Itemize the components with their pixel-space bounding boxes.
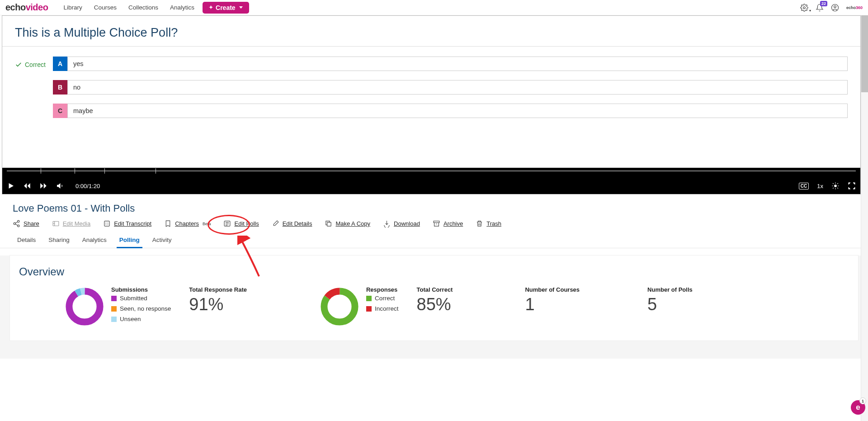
- poll-option-a-row: Correct A yes: [15, 57, 848, 71]
- legend-unseen: Unseen: [111, 316, 171, 322]
- tab-activity[interactable]: Activity: [152, 234, 172, 248]
- total-correct-value: 85%: [417, 295, 453, 314]
- option-text-c[interactable]: maybe: [67, 104, 848, 118]
- tab-details[interactable]: Details: [17, 234, 36, 248]
- option-text-b[interactable]: no: [67, 80, 848, 95]
- responses-donut-chart: [319, 286, 360, 327]
- num-courses-value: 1: [525, 295, 580, 314]
- captions-button[interactable]: CC: [799, 183, 809, 189]
- legend-submitted: Submitted: [111, 295, 171, 302]
- svg-point-6: [18, 225, 19, 227]
- fullscreen-button[interactable]: [848, 182, 856, 190]
- top-right-controls: ▾ 22 echo360: [800, 4, 863, 12]
- trash-action[interactable]: Trash: [476, 220, 501, 227]
- video-player: This is a Multiple Choice Poll? Correct …: [2, 15, 861, 194]
- response-rate-value: 91%: [189, 295, 247, 314]
- num-courses-label: Number of Courses: [525, 286, 580, 293]
- echo360-mini-logo[interactable]: echo360: [846, 5, 863, 10]
- overview-title: Overview: [19, 265, 849, 278]
- svg-point-2: [834, 5, 836, 8]
- edit-transcript-action[interactable]: Edit Transcript: [103, 220, 151, 227]
- primary-nav: Library Courses Collections Analytics: [63, 4, 194, 11]
- player-controls: 0:00/1:20 CC 1x: [2, 168, 860, 194]
- poll-panel: This is a Multiple Choice Poll? Correct …: [2, 16, 860, 168]
- media-title: Love Poems 01 - With Polls: [0, 194, 868, 220]
- legend-incorrect: Incorrect: [366, 305, 399, 312]
- nav-courses[interactable]: Courses: [94, 4, 117, 11]
- rewind-button[interactable]: [23, 182, 31, 190]
- download-action[interactable]: Download: [383, 220, 420, 227]
- poll-question-title: This is a Multiple Choice Poll?: [15, 26, 848, 40]
- play-button[interactable]: [7, 182, 15, 190]
- archive-action[interactable]: Archive: [433, 220, 463, 227]
- share-action[interactable]: Share: [13, 220, 39, 227]
- num-polls-value: 5: [647, 295, 693, 314]
- vertical-scrollbar[interactable]: [861, 15, 868, 359]
- forward-button[interactable]: [39, 182, 47, 190]
- tab-polling[interactable]: Polling: [119, 234, 140, 248]
- media-tabs: Details Sharing Analytics Polling Activi…: [0, 234, 868, 248]
- create-button[interactable]: Create: [203, 2, 249, 14]
- total-correct-label: Total Correct: [417, 286, 453, 293]
- make-copy-action[interactable]: Make A Copy: [325, 220, 370, 227]
- svg-point-12: [69, 291, 100, 322]
- overview-card: Overview Submissions Submitted Seen, no …: [10, 255, 858, 341]
- svg-point-5: [14, 222, 15, 224]
- timecode-display: 0:00/1:20: [75, 183, 100, 189]
- svg-point-4: [18, 220, 19, 222]
- player-timeline[interactable]: [2, 168, 860, 178]
- edit-details-action[interactable]: Edit Details: [272, 220, 312, 227]
- media-action-bar: Share Edit Media Edit Transcript Chapter…: [0, 220, 868, 234]
- edit-polls-action[interactable]: Edit Polls: [223, 220, 259, 227]
- legend-correct: Correct: [366, 295, 399, 302]
- option-text-a[interactable]: yes: [67, 57, 848, 71]
- nav-collections[interactable]: Collections: [128, 4, 158, 11]
- svg-point-0: [803, 6, 806, 9]
- nav-library[interactable]: Library: [63, 4, 82, 11]
- tab-sharing[interactable]: Sharing: [48, 234, 70, 248]
- submissions-donut-chart: [64, 286, 105, 327]
- option-letter-b: B: [53, 80, 67, 95]
- poll-option-c-row: C maybe: [15, 104, 848, 118]
- notification-badge: 22: [820, 1, 827, 6]
- top-bar: echovideo Library Courses Collections An…: [0, 0, 868, 15]
- edit-media-action[interactable]: Edit Media: [52, 220, 90, 227]
- legend-seen: Seen, no response: [111, 305, 171, 312]
- account-icon[interactable]: [831, 4, 839, 12]
- responses-label: Responses: [366, 286, 399, 293]
- settings-gear-icon[interactable]: ▾: [800, 4, 808, 12]
- player-settings-gear-icon[interactable]: [831, 182, 840, 190]
- svg-point-3: [835, 185, 837, 187]
- submissions-label: Submissions: [111, 286, 171, 293]
- chapters-action[interactable]: ChaptersBeta: [164, 220, 211, 227]
- response-rate-label: Total Response Rate: [189, 286, 247, 293]
- tab-analytics[interactable]: Analytics: [82, 234, 107, 248]
- svg-rect-8: [104, 221, 109, 226]
- playback-speed-button[interactable]: 1x: [817, 183, 823, 189]
- num-polls-label: Number of Polls: [647, 286, 693, 293]
- option-letter-c: C: [53, 104, 67, 118]
- correct-indicator: Correct: [15, 57, 53, 71]
- nav-analytics[interactable]: Analytics: [170, 4, 194, 11]
- poll-option-b-row: B no: [15, 80, 848, 95]
- option-letter-a: A: [53, 57, 67, 71]
- svg-rect-10: [327, 222, 331, 227]
- volume-button[interactable]: [56, 182, 64, 190]
- svg-rect-11: [434, 221, 439, 223]
- notifications-bell-icon[interactable]: 22: [816, 4, 824, 12]
- brand-logo[interactable]: echovideo: [5, 2, 48, 13]
